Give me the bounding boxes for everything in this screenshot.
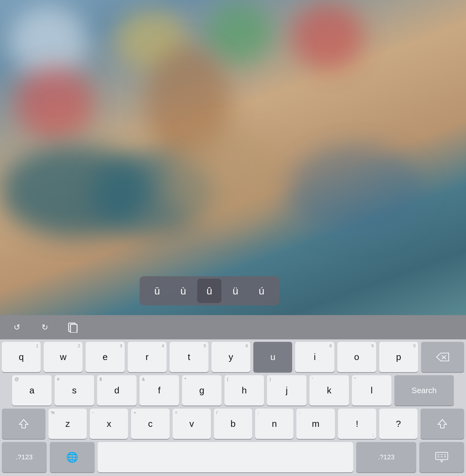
key-f[interactable]: & f <box>140 375 179 406</box>
shift-right-icon <box>437 418 448 429</box>
undo-button[interactable]: ↺ <box>7 320 27 335</box>
globe-icon: 🌐 <box>66 451 78 463</box>
redo-button[interactable]: ↻ <box>35 320 55 335</box>
bg-blob-tan <box>167 127 282 231</box>
key-r[interactable]: 4 r <box>128 342 167 372</box>
key-o[interactable]: 9 o <box>337 342 376 372</box>
key-rows: 1 q 2 w 3 e 4 r 5 t 6 y <box>0 339 466 472</box>
paste-button[interactable] <box>63 320 83 335</box>
bg-blob-green <box>206 3 273 64</box>
key-row-1: 1 q 2 w 3 e 4 r 5 t 6 y <box>2 342 464 372</box>
globe-button[interactable]: 🌐 <box>50 442 95 472</box>
key-s[interactable]: # s <box>55 375 94 406</box>
search-key[interactable]: Search <box>394 375 454 406</box>
bg-blob-red2 <box>15 67 94 140</box>
svg-rect-5 <box>436 452 448 460</box>
space-bar[interactable] <box>98 442 353 472</box>
accent-u-umlaut[interactable]: ü <box>223 279 248 303</box>
toolbar-row: ↺ ↻ <box>0 315 466 339</box>
num-switch-right-label: .?123 <box>378 453 394 461</box>
keyboard-dismiss-icon <box>435 452 448 463</box>
key-b[interactable]: / b <box>214 409 252 439</box>
num-switch-left-button[interactable]: .?123 <box>2 442 47 472</box>
accent-u-circumflex[interactable]: û <box>197 279 221 303</box>
shift-left-button[interactable] <box>2 409 46 439</box>
key-j[interactable]: ) j <box>267 375 306 406</box>
key-row-3: % z - x + c = v / b ; n <box>2 409 464 439</box>
accent-u-acute[interactable]: ú <box>249 279 274 303</box>
bg-blob-red1 <box>291 3 364 70</box>
key-w[interactable]: 2 w <box>44 342 83 372</box>
svg-rect-1 <box>70 324 77 333</box>
shift-right-button[interactable] <box>420 409 464 439</box>
key-g[interactable]: * g <box>182 375 221 406</box>
key-n[interactable]: ; n <box>255 409 293 439</box>
key-d[interactable]: $ d <box>97 375 137 406</box>
key-u[interactable]: u <box>253 342 292 372</box>
keyboard: ↺ ↻ 1 q 2 w 3 e <box>0 315 466 476</box>
key-v[interactable]: = v <box>173 409 211 439</box>
key-row-2: @ a # s $ d & f * g ( h <box>2 375 464 406</box>
backspace-icon <box>436 352 449 362</box>
accent-popup: ū ù û ü ú <box>140 276 279 305</box>
keyboard-dismiss-button[interactable] <box>419 442 464 472</box>
clipboard-icon <box>67 322 78 333</box>
key-e[interactable]: 3 e <box>86 342 124 372</box>
key-question[interactable]: ? . <box>379 409 417 439</box>
key-y[interactable]: 6 y <box>211 342 250 372</box>
key-q[interactable]: 1 q <box>2 342 41 372</box>
shift-left-icon <box>18 418 29 429</box>
key-h[interactable]: ( h <box>225 375 264 406</box>
search-key-label: Search <box>412 386 437 395</box>
key-l[interactable]: " l <box>352 375 391 406</box>
num-switch-right-button[interactable]: .?123 <box>356 442 416 472</box>
bg-blob-blue2 <box>288 146 425 237</box>
key-x[interactable]: - x <box>90 409 128 439</box>
key-c[interactable]: + c <box>131 409 169 439</box>
key-k[interactable]: ' k <box>309 375 349 406</box>
key-i[interactable]: 8 i <box>295 342 334 372</box>
accent-u-macron[interactable]: ū <box>145 279 169 303</box>
key-row-4: .?123 🌐 .?123 <box>2 442 464 472</box>
key-p[interactable]: 0 p <box>379 342 418 372</box>
key-z[interactable]: % z <box>49 409 87 439</box>
key-excl[interactable]: ! ; <box>338 409 376 439</box>
key-t[interactable]: 5 t <box>170 342 208 372</box>
key-a[interactable]: @ a <box>12 375 52 406</box>
num-switch-left-label: .?123 <box>16 453 32 461</box>
backspace-button[interactable] <box>421 342 464 372</box>
key-m[interactable]: : m <box>296 409 335 439</box>
accent-u-grave[interactable]: ù <box>171 279 195 303</box>
